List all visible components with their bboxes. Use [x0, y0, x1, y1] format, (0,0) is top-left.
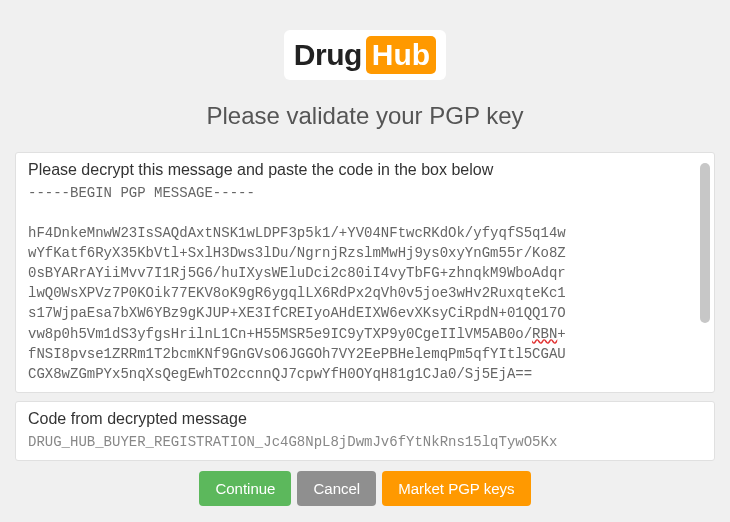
scrollbar-thumb[interactable] [700, 163, 710, 323]
logo-text-drug: Drug [294, 38, 362, 72]
page-root: Drug Hub Please validate your PGP key Pl… [0, 0, 730, 506]
logo-text-hub: Hub [366, 36, 436, 74]
code-input-label: Code from decrypted message [28, 410, 702, 428]
pgp-message-card: Please decrypt this message and paste th… [15, 152, 715, 394]
pgp-message-block[interactable]: -----BEGIN PGP MESSAGE----- hF4DnkeMnwW2… [28, 183, 702, 385]
code-input-card: Code from decrypted message [15, 401, 715, 461]
cancel-button[interactable]: Cancel [297, 471, 376, 506]
market-pgp-keys-button[interactable]: Market PGP keys [382, 471, 530, 506]
page-title: Please validate your PGP key [206, 102, 523, 130]
pgp-instruction-label: Please decrypt this message and paste th… [28, 161, 702, 179]
logo: Drug Hub [284, 30, 446, 80]
spellcheck-squiggle: RBN [532, 326, 557, 342]
continue-button[interactable]: Continue [199, 471, 291, 506]
code-input[interactable] [28, 432, 702, 452]
button-row: Continue Cancel Market PGP keys [199, 471, 530, 506]
